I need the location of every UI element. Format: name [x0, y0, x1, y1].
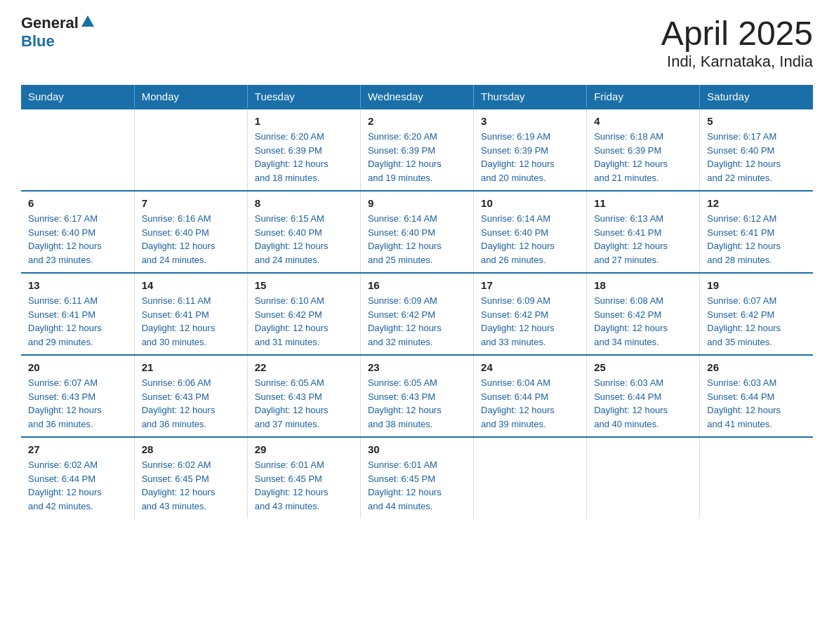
day-cell: 2Sunrise: 6:20 AM Sunset: 6:39 PM Daylig…: [360, 109, 473, 191]
day-number: 18: [594, 279, 692, 291]
page-header: General Blue April 2025 Indi, Karnataka,…: [21, 14, 813, 71]
day-number: 16: [368, 279, 466, 291]
day-cell: 21Sunrise: 6:06 AM Sunset: 6:43 PM Dayli…: [134, 355, 247, 437]
day-info: Sunrise: 6:10 AM Sunset: 6:42 PM Dayligh…: [255, 294, 353, 349]
day-cell: 19Sunrise: 6:07 AM Sunset: 6:42 PM Dayli…: [700, 273, 813, 355]
day-info: Sunrise: 6:02 AM Sunset: 6:44 PM Dayligh…: [28, 458, 127, 513]
day-info: Sunrise: 6:08 AM Sunset: 6:42 PM Dayligh…: [594, 294, 692, 349]
logo-blue: Blue: [21, 32, 55, 50]
day-cell: 12Sunrise: 6:12 AM Sunset: 6:41 PM Dayli…: [700, 191, 813, 273]
day-cell: 13Sunrise: 6:11 AM Sunset: 6:41 PM Dayli…: [21, 273, 134, 355]
day-info: Sunrise: 6:03 AM Sunset: 6:44 PM Dayligh…: [707, 376, 806, 431]
day-cell: [474, 437, 587, 518]
day-cell: [587, 437, 700, 518]
day-cell: 8Sunrise: 6:15 AM Sunset: 6:40 PM Daylig…: [247, 191, 360, 273]
day-number: 9: [368, 197, 466, 209]
day-info: Sunrise: 6:09 AM Sunset: 6:42 PM Dayligh…: [368, 294, 466, 349]
day-info: Sunrise: 6:13 AM Sunset: 6:41 PM Dayligh…: [594, 212, 692, 267]
day-info: Sunrise: 6:03 AM Sunset: 6:44 PM Dayligh…: [594, 376, 692, 431]
day-number: 21: [142, 361, 240, 373]
day-number: 1: [255, 115, 353, 127]
day-cell: 9Sunrise: 6:14 AM Sunset: 6:40 PM Daylig…: [360, 191, 473, 273]
day-info: Sunrise: 6:14 AM Sunset: 6:40 PM Dayligh…: [368, 212, 466, 267]
header-monday: Monday: [134, 85, 247, 109]
day-cell: 5Sunrise: 6:17 AM Sunset: 6:40 PM Daylig…: [700, 109, 813, 191]
day-cell: 29Sunrise: 6:01 AM Sunset: 6:45 PM Dayli…: [247, 437, 360, 518]
header-friday: Friday: [587, 85, 700, 109]
week-row-2: 6Sunrise: 6:17 AM Sunset: 6:40 PM Daylig…: [21, 191, 813, 273]
day-info: Sunrise: 6:15 AM Sunset: 6:40 PM Dayligh…: [255, 212, 353, 267]
day-info: Sunrise: 6:01 AM Sunset: 6:45 PM Dayligh…: [255, 458, 353, 513]
day-number: 28: [142, 443, 240, 455]
day-info: Sunrise: 6:16 AM Sunset: 6:40 PM Dayligh…: [142, 212, 240, 267]
calendar-header-row: SundayMondayTuesdayWednesdayThursdayFrid…: [21, 85, 813, 109]
svg-marker-0: [81, 15, 94, 27]
day-number: 22: [255, 361, 353, 373]
title-block: April 2025 Indi, Karnataka, India: [661, 14, 813, 71]
day-info: Sunrise: 6:07 AM Sunset: 6:42 PM Dayligh…: [707, 294, 806, 349]
day-number: 14: [142, 279, 240, 291]
day-info: Sunrise: 6:11 AM Sunset: 6:41 PM Dayligh…: [142, 294, 240, 349]
day-cell: 26Sunrise: 6:03 AM Sunset: 6:44 PM Dayli…: [700, 355, 813, 437]
day-info: Sunrise: 6:11 AM Sunset: 6:41 PM Dayligh…: [28, 294, 127, 349]
day-cell: 30Sunrise: 6:01 AM Sunset: 6:45 PM Dayli…: [360, 437, 473, 518]
day-number: 20: [28, 361, 127, 373]
day-number: 7: [142, 197, 240, 209]
calendar-table: SundayMondayTuesdayWednesdayThursdayFrid…: [21, 85, 813, 518]
day-info: Sunrise: 6:14 AM Sunset: 6:40 PM Dayligh…: [481, 212, 579, 267]
day-info: Sunrise: 6:09 AM Sunset: 6:42 PM Dayligh…: [481, 294, 579, 349]
day-number: 4: [594, 115, 692, 127]
day-info: Sunrise: 6:19 AM Sunset: 6:39 PM Dayligh…: [481, 130, 579, 185]
logo-icon: [80, 14, 95, 32]
day-number: 26: [707, 361, 806, 373]
day-number: 6: [28, 197, 127, 209]
day-cell: 24Sunrise: 6:04 AM Sunset: 6:44 PM Dayli…: [474, 355, 587, 437]
header-sunday: Sunday: [21, 85, 134, 109]
day-cell: 11Sunrise: 6:13 AM Sunset: 6:41 PM Dayli…: [587, 191, 700, 273]
day-cell: [134, 109, 247, 191]
day-cell: 18Sunrise: 6:08 AM Sunset: 6:42 PM Dayli…: [587, 273, 700, 355]
day-number: 3: [481, 115, 579, 127]
logo-general: General: [21, 14, 79, 32]
day-cell: 17Sunrise: 6:09 AM Sunset: 6:42 PM Dayli…: [474, 273, 587, 355]
day-cell: [700, 437, 813, 518]
day-cell: 10Sunrise: 6:14 AM Sunset: 6:40 PM Dayli…: [474, 191, 587, 273]
day-number: 24: [481, 361, 579, 373]
day-cell: 14Sunrise: 6:11 AM Sunset: 6:41 PM Dayli…: [134, 273, 247, 355]
day-cell: 7Sunrise: 6:16 AM Sunset: 6:40 PM Daylig…: [134, 191, 247, 273]
day-number: 15: [255, 279, 353, 291]
day-info: Sunrise: 6:17 AM Sunset: 6:40 PM Dayligh…: [28, 212, 127, 267]
day-info: Sunrise: 6:05 AM Sunset: 6:43 PM Dayligh…: [255, 376, 353, 431]
day-info: Sunrise: 6:04 AM Sunset: 6:44 PM Dayligh…: [481, 376, 579, 431]
week-row-4: 20Sunrise: 6:07 AM Sunset: 6:43 PM Dayli…: [21, 355, 813, 437]
day-number: 23: [368, 361, 466, 373]
day-cell: 20Sunrise: 6:07 AM Sunset: 6:43 PM Dayli…: [21, 355, 134, 437]
day-number: 17: [481, 279, 579, 291]
day-info: Sunrise: 6:17 AM Sunset: 6:40 PM Dayligh…: [707, 130, 806, 185]
day-cell: 3Sunrise: 6:19 AM Sunset: 6:39 PM Daylig…: [474, 109, 587, 191]
day-info: Sunrise: 6:07 AM Sunset: 6:43 PM Dayligh…: [28, 376, 127, 431]
day-number: 30: [368, 443, 466, 455]
day-number: 10: [481, 197, 579, 209]
calendar-subtitle: Indi, Karnataka, India: [661, 53, 813, 71]
day-number: 2: [368, 115, 466, 127]
day-cell: 15Sunrise: 6:10 AM Sunset: 6:42 PM Dayli…: [247, 273, 360, 355]
day-info: Sunrise: 6:12 AM Sunset: 6:41 PM Dayligh…: [707, 212, 806, 267]
day-info: Sunrise: 6:18 AM Sunset: 6:39 PM Dayligh…: [594, 130, 692, 185]
day-info: Sunrise: 6:02 AM Sunset: 6:45 PM Dayligh…: [142, 458, 240, 513]
day-info: Sunrise: 6:01 AM Sunset: 6:45 PM Dayligh…: [368, 458, 466, 513]
day-cell: 27Sunrise: 6:02 AM Sunset: 6:44 PM Dayli…: [21, 437, 134, 518]
day-cell: 22Sunrise: 6:05 AM Sunset: 6:43 PM Dayli…: [247, 355, 360, 437]
day-info: Sunrise: 6:20 AM Sunset: 6:39 PM Dayligh…: [255, 130, 353, 185]
day-cell: 23Sunrise: 6:05 AM Sunset: 6:43 PM Dayli…: [360, 355, 473, 437]
logo: General Blue: [21, 14, 97, 51]
week-row-5: 27Sunrise: 6:02 AM Sunset: 6:44 PM Dayli…: [21, 437, 813, 518]
header-tuesday: Tuesday: [247, 85, 360, 109]
day-number: 8: [255, 197, 353, 209]
day-info: Sunrise: 6:06 AM Sunset: 6:43 PM Dayligh…: [142, 376, 240, 431]
day-number: 27: [28, 443, 127, 455]
day-number: 25: [594, 361, 692, 373]
day-number: 29: [255, 443, 353, 455]
day-cell: 25Sunrise: 6:03 AM Sunset: 6:44 PM Dayli…: [587, 355, 700, 437]
day-number: 5: [707, 115, 806, 127]
